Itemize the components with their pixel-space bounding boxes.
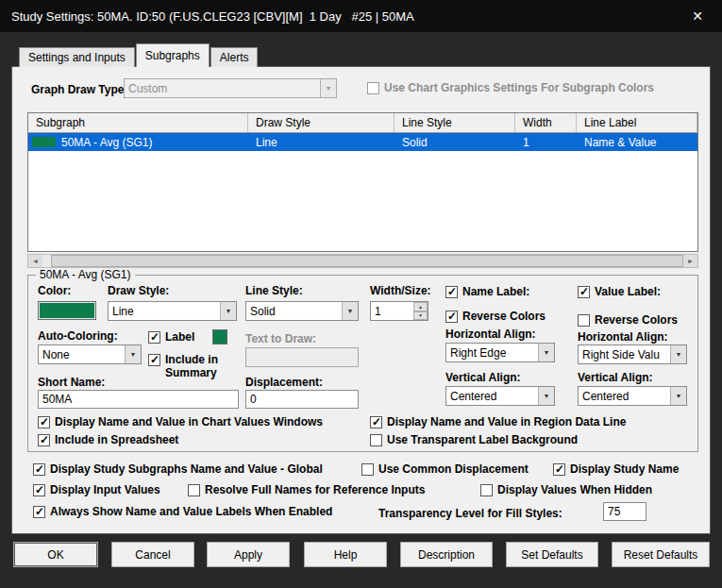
reset-defaults-button[interactable]: Reset Defaults: [612, 542, 710, 567]
chevron-down-icon: ▼: [320, 79, 336, 97]
row-width: 1: [515, 136, 577, 149]
checkbox-icon: [33, 463, 45, 476]
checkbox-icon: [361, 463, 374, 476]
cancel-button[interactable]: Cancel: [111, 542, 194, 567]
line-style-dropdown[interactable]: Solid ▼: [245, 301, 359, 321]
name-label-checkbox[interactable]: Name Label:: [445, 285, 529, 298]
subgraph-name: 50MA - Avg (SG1): [61, 136, 153, 149]
short-name-input[interactable]: [38, 390, 239, 409]
tab-label: Subgraphs: [145, 49, 200, 62]
display-values-hidden-checkbox[interactable]: Display Values When Hidden: [480, 483, 652, 496]
checkbox-icon: [370, 434, 382, 446]
checkbox-label: Name Label:: [462, 285, 529, 298]
graph-draw-type-label: Graph Draw Type:: [31, 83, 127, 96]
checkbox-label: Use Common Displacement: [378, 462, 529, 476]
value-label-checkbox[interactable]: Value Label:: [578, 285, 661, 298]
column-header-subgraph[interactable]: Subgraph: [28, 113, 248, 132]
table-row[interactable]: 50MA - Avg (SG1) Line Solid 1 Name & Val…: [28, 133, 697, 151]
tab-alerts[interactable]: Alerts: [210, 47, 259, 67]
dropdown-value: Line: [109, 305, 220, 318]
display-study-name-checkbox[interactable]: Display Study Name: [553, 462, 679, 476]
checkbox-icon: [148, 354, 160, 366]
checkbox-label: Resolve Full Names for Reference Inputs: [205, 483, 425, 496]
checkbox-label: Include in Spreadsheet: [55, 433, 178, 446]
display-input-values-checkbox[interactable]: Display Input Values: [33, 483, 160, 496]
checkbox-icon: [370, 416, 382, 428]
transparency-level-input[interactable]: [603, 502, 646, 521]
always-show-labels-checkbox[interactable]: Always Show Name and Value Labels When E…: [33, 505, 332, 518]
graph-draw-type-dropdown[interactable]: Custom ▼: [124, 78, 337, 98]
chevron-down-icon: ▼: [342, 302, 358, 320]
tab-label: Settings and Inputs: [28, 51, 126, 64]
scroll-right-icon[interactable]: ►: [683, 255, 697, 267]
reverse-colors-name-checkbox[interactable]: Reverse Colors: [445, 310, 546, 323]
title-bar: Study Settings: 50MA. ID:50 (F.US.CLEG23…: [0, 0, 722, 32]
column-header-width[interactable]: Width: [515, 113, 577, 132]
color-picker-button[interactable]: [38, 301, 96, 320]
scroll-left-icon[interactable]: ◄: [28, 255, 42, 267]
horizontal-align-value-label: Horizontal Align:: [578, 330, 668, 344]
chevron-down-icon: ▼: [538, 344, 554, 361]
draw-style-dropdown[interactable]: Line ▼: [108, 301, 237, 321]
horizontal-align-name-dropdown[interactable]: Right Edge ▼: [445, 343, 555, 362]
draw-style-label: Draw Style:: [108, 284, 169, 297]
horizontal-align-value-dropdown[interactable]: Right Side Valu ▼: [578, 344, 687, 364]
scrollbar-track[interactable]: [42, 255, 683, 267]
apply-button[interactable]: Apply: [207, 542, 290, 567]
text-to-draw-input[interactable]: [245, 347, 359, 367]
use-chart-graphics-checkbox[interactable]: Use Chart Graphics Settings For Subgraph…: [367, 81, 654, 94]
line-style-label: Line Style:: [245, 284, 303, 297]
displacement-input[interactable]: [245, 390, 359, 409]
help-button[interactable]: Help: [304, 542, 387, 567]
display-global-checkbox[interactable]: Display Study Subgraphs Name and Value -…: [33, 462, 323, 476]
checkbox-icon: [367, 82, 379, 94]
subgraph-color-swatch: [32, 137, 56, 147]
tab-settings-and-inputs[interactable]: Settings and Inputs: [19, 47, 135, 67]
ok-button[interactable]: OK: [13, 542, 98, 567]
auto-coloring-dropdown[interactable]: None ▼: [38, 344, 142, 364]
auto-coloring-label: Auto-Coloring:: [38, 329, 118, 343]
label-checkbox[interactable]: Label: [148, 330, 227, 344]
row-line-style: Solid: [395, 136, 515, 149]
description-button[interactable]: Description: [400, 542, 493, 567]
spin-down-icon[interactable]: ▼: [413, 311, 428, 321]
subgraphs-tab-panel: Graph Draw Type: Custom ▼ Use Chart Grap…: [11, 66, 711, 534]
dropdown-value: Solid: [246, 305, 342, 318]
table-header-row: Subgraph Draw Style Line Style Width Lin…: [28, 113, 697, 133]
scrollbar-thumb[interactable]: [51, 255, 683, 267]
checkbox-label: Label: [165, 330, 194, 344]
column-header-line-style[interactable]: Line Style: [395, 113, 515, 132]
transparency-level-label: Transparency Level for Fill Styles:: [378, 507, 562, 520]
display-chart-values-checkbox[interactable]: Display Name and Value in Chart Values W…: [38, 415, 323, 428]
vertical-align-value-dropdown[interactable]: Centered ▼: [578, 386, 687, 406]
transparent-background-checkbox[interactable]: Use Transparent Label Background: [370, 433, 578, 446]
checkbox-label: Include in Summary: [165, 353, 238, 380]
use-common-displacement-checkbox[interactable]: Use Common Displacement: [361, 462, 529, 476]
spin-up-icon[interactable]: ▲: [413, 302, 428, 311]
checkbox-icon: [148, 331, 160, 344]
checkbox-label: Use Chart Graphics Settings For Subgraph…: [384, 81, 654, 94]
window-title: Study Settings: 50MA. ID:50 (F.US.CLEG23…: [11, 9, 414, 24]
include-spreadsheet-checkbox[interactable]: Include in Spreadsheet: [38, 433, 178, 446]
vertical-align-name-label: Vertical Align:: [445, 371, 521, 384]
set-defaults-button[interactable]: Set Defaults: [506, 542, 598, 567]
column-header-line-label[interactable]: Line Label: [577, 113, 697, 132]
tab-subgraphs[interactable]: Subgraphs: [136, 43, 210, 67]
vertical-align-name-dropdown[interactable]: Centered ▼: [445, 386, 555, 406]
checkbox-label: Value Label:: [595, 285, 661, 298]
column-header-draw-style[interactable]: Draw Style: [248, 113, 395, 132]
resolve-full-names-checkbox[interactable]: Resolve Full Names for Reference Inputs: [188, 483, 425, 496]
checkbox-label: Reverse Colors: [462, 310, 546, 323]
close-icon[interactable]: ✕: [684, 7, 711, 25]
subgraph-settings-group: 50MA - Avg (SG1) Color: Draw Style: Line…: [27, 275, 698, 452]
width-size-label: Width/Size:: [370, 284, 431, 297]
include-in-summary-checkbox[interactable]: Include in Summary: [148, 353, 238, 380]
display-region-data-checkbox[interactable]: Display Name and Value in Region Data Li…: [370, 415, 626, 428]
reverse-colors-value-checkbox[interactable]: Reverse Colors: [578, 313, 678, 327]
horizontal-scrollbar[interactable]: ◄ ►: [27, 254, 698, 268]
checkbox-label: Display Name and Value in Region Data Li…: [387, 415, 626, 428]
checkbox-icon: [553, 463, 565, 476]
dropdown-value: Centered: [579, 390, 670, 403]
checkbox-label: Reverse Colors: [595, 313, 678, 327]
label-color-swatch[interactable]: [212, 329, 227, 344]
